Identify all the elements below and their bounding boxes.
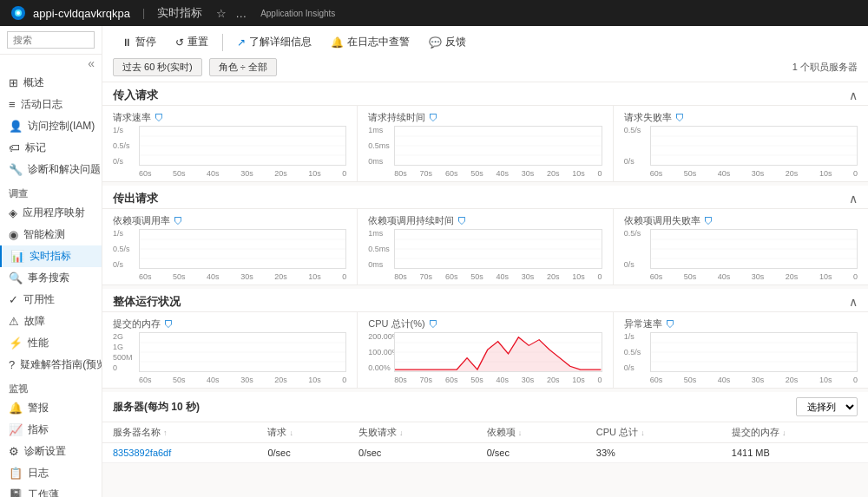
incoming-collapse-icon[interactable]: ∧	[849, 88, 858, 102]
sidebar-label: 疑难解答指南(预览)	[20, 357, 102, 372]
topbar-actions[interactable]: ☆ …	[216, 7, 247, 20]
sidebar-icon: ◈	[9, 206, 17, 219]
sidebar-item-实时指标[interactable]: 📊实时指标	[0, 245, 102, 267]
chart-inner	[139, 229, 346, 269]
filter-icon[interactable]: ⛉	[675, 113, 685, 123]
app-name: appi-cvldqavkrqkpa	[33, 7, 130, 20]
sidebar-icon: 🏷	[9, 141, 20, 154]
sidebar-label: 指标	[28, 422, 49, 437]
table-body: 8353892fa6df 0/sec 0/sec 0/sec 33% 1411 …	[102, 443, 868, 463]
feedback-label: 反馈	[445, 35, 466, 49]
sidebar-icon: 📓	[9, 488, 23, 497]
filter-icon[interactable]: ⛉	[704, 216, 713, 226]
filter-icon[interactable]: ⛉	[155, 113, 164, 123]
pause-label: 暂停	[135, 35, 156, 49]
sidebar-label: 概述	[23, 75, 44, 90]
chart-yaxis: 1ms0.5ms0ms	[368, 126, 392, 166]
filter-icon[interactable]: ⛉	[429, 319, 438, 330]
sidebar-label: 应用程序映射	[23, 206, 85, 220]
filter-icon[interactable]: ⛉	[457, 216, 467, 226]
sidebar-item-智能检测[interactable]: ◉智能检测	[0, 224, 102, 245]
sidebar-item-诊断和解决问题[interactable]: 🔧诊断和解决问题	[0, 159, 102, 180]
overall-section: 整体运行状况 ∧ 提交的内存⛉2G1G500M060s50s40s30s20s1…	[102, 289, 868, 389]
app-logo	[10, 5, 26, 21]
feedback-button[interactable]: 💬 反馈	[420, 31, 475, 53]
incoming-header[interactable]: 传入请求 ∧	[102, 82, 868, 106]
outgoing-collapse-icon[interactable]: ∧	[849, 192, 858, 206]
time-filter-chip[interactable]: 过去 60 秒(实时)	[113, 58, 202, 76]
alert-button[interactable]: 🔔 在日志中查警	[322, 31, 418, 53]
sidebar-item-指标[interactable]: 📈指标	[0, 419, 102, 441]
sidebar-label: 警报	[28, 401, 49, 415]
sidebar-item-访问控制(IAM)[interactable]: 👤访问控制(IAM)	[0, 115, 102, 137]
overall-charts-row: 提交的内存⛉2G1G500M060s50s40s30s20s10s0CPU 总计…	[102, 312, 868, 388]
filter-icon[interactable]: ⛉	[429, 113, 438, 123]
sidebar-item-诊断设置[interactable]: ⚙诊断设置	[0, 441, 102, 462]
col-deps[interactable]: 依赖项 ↓	[477, 422, 586, 443]
chart-xaxis: 60s50s40s30s20s10s0	[139, 272, 346, 281]
table-section: 服务器(每均 10 秒) 选择列 服务器名称 ↑ 请求 ↓ 失败请求 ↓ 依赖项…	[102, 392, 868, 463]
sidebar-label: 智能检测	[23, 227, 65, 242]
sidebar-item-日志[interactable]: 📋日志	[0, 462, 102, 484]
sidebar-label: 诊断设置	[24, 444, 66, 459]
sidebar-item-概述[interactable]: ⊞概述	[0, 72, 102, 94]
sidebar-item-活动日志[interactable]: ≡活动日志	[0, 94, 102, 115]
sidebar-item-标记[interactable]: 🏷标记	[0, 137, 102, 159]
overall-collapse-icon[interactable]: ∧	[849, 295, 858, 309]
sidebar-icon: ⚠	[9, 315, 19, 328]
col-cpu[interactable]: CPU 总计 ↓	[586, 422, 721, 443]
sidebar-label: 故障	[24, 314, 45, 329]
outgoing-header[interactable]: 传出请求 ∧	[102, 186, 868, 209]
search-input[interactable]	[7, 31, 95, 49]
sidebar-item-疑难解答指南(预览)[interactable]: ?疑难解答指南(预览)	[0, 354, 102, 376]
star-icon[interactable]: ☆	[216, 7, 227, 20]
chart-block: 依赖项调用失败率⛉0.5/s0/s60s50s40s30s20s10s0	[614, 209, 868, 284]
incoming-title: 传入请求	[113, 88, 849, 103]
col-failed[interactable]: 失败请求 ↓	[348, 422, 477, 443]
overall-title: 整体运行状况	[113, 294, 849, 310]
sidebar-label: 标记	[25, 141, 46, 155]
reset-label: 重置	[187, 35, 208, 49]
sidebar-item-事务搜索[interactable]: 🔍事务搜索	[0, 267, 102, 289]
incoming-section: 传入请求 ∧ 请求速率⛉1/s0.5/s0/s60s50s40s30s20s10…	[102, 82, 868, 182]
chart-inner	[650, 126, 858, 166]
chart-xaxis: 60s50s40s30s20s10s0	[650, 376, 858, 384]
sidebar-items-container: ⊞概述≡活动日志👤访问控制(IAM)🏷标记🔧诊断和解决问题调查◈应用程序映射◉智…	[0, 72, 102, 497]
sort-icon: ↓	[782, 428, 786, 437]
sidebar-collapse-button[interactable]: «	[0, 55, 102, 72]
sidebar-section-监视: 监视	[0, 376, 102, 397]
learn-more-button[interactable]: ↗ 了解详细信息	[228, 31, 320, 53]
table-row[interactable]: 8353892fa6df 0/sec 0/sec 0/sec 33% 1411 …	[102, 443, 868, 463]
role-filter-chip[interactable]: 角色 ÷ 全部	[209, 58, 277, 76]
overall-header[interactable]: 整体运行状况 ∧	[102, 289, 868, 312]
filter-icon[interactable]: ⛉	[174, 216, 183, 226]
column-select[interactable]: 选择列	[796, 397, 858, 416]
info-icon: ↗	[237, 36, 246, 49]
sidebar-item-性能[interactable]: ⚡性能	[0, 332, 102, 354]
col-requests[interactable]: 请求 ↓	[257, 422, 348, 443]
pause-button[interactable]: ⏸ 暂停	[113, 31, 165, 53]
cell-requests: 0/sec	[257, 443, 348, 463]
sidebar-icon: ✓	[9, 293, 18, 306]
chart-label: 依赖项调用率⛉	[113, 214, 346, 227]
col-memory[interactable]: 提交的内存 ↓	[721, 422, 868, 443]
sidebar-item-工作薄[interactable]: 📓工作薄	[0, 484, 102, 497]
sidebar-item-警报[interactable]: 🔔警报	[0, 397, 102, 419]
chart-xaxis: 60s50s40s30s20s10s0	[650, 272, 858, 281]
sidebar-item-应用程序映射[interactable]: ◈应用程序映射	[0, 202, 102, 224]
chart-area: 1/s0.5/s0/s60s50s40s30s20s10s0	[113, 126, 346, 178]
charts-area: 传入请求 ∧ 请求速率⛉1/s0.5/s0/s60s50s40s30s20s10…	[102, 82, 868, 497]
filter-icon[interactable]: ⛉	[666, 319, 675, 330]
chart-yaxis: 2G1G500M0	[113, 332, 137, 372]
sidebar-item-可用性[interactable]: ✓可用性	[0, 289, 102, 311]
reset-button[interactable]: ↺ 重置	[167, 31, 217, 53]
chart-area: 1ms0.5ms0ms80s70s60s50s40s30s20s10s0	[368, 229, 602, 281]
page-title: 实时指标	[157, 5, 202, 21]
more-icon[interactable]: …	[235, 7, 247, 20]
col-server[interactable]: 服务器名称 ↑	[102, 422, 257, 443]
filter-icon[interactable]: ⛉	[164, 319, 174, 330]
sidebar-item-故障[interactable]: ⚠故障	[0, 311, 102, 332]
sidebar-icon: 📊	[10, 250, 24, 263]
svg-point-2	[16, 11, 20, 15]
toolbar: ⏸ 暂停 ↺ 重置 ↗ 了解详细信息 🔔 在日志中查警 💬 反馈 过去 60 秒…	[102, 26, 868, 82]
